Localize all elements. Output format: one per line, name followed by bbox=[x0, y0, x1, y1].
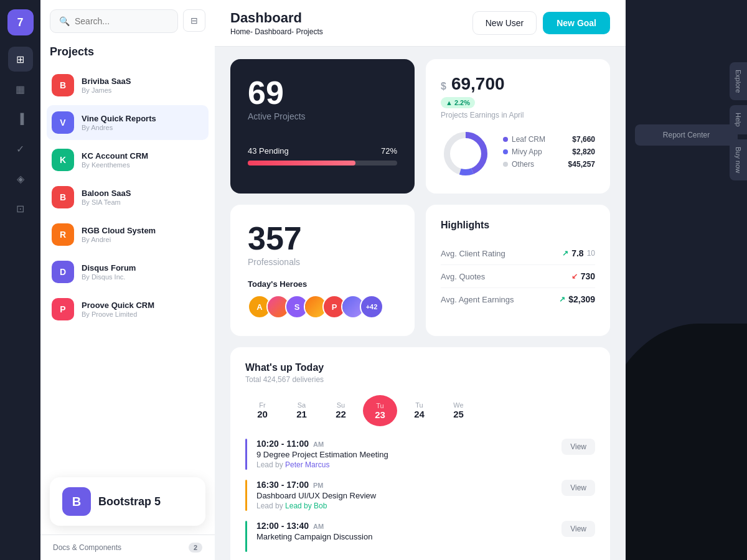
event-3: 12:00 - 13:40 AM Marketing Campaign Disc… bbox=[245, 521, 595, 552]
project-logo: R bbox=[52, 223, 74, 246]
project-name: KC Account CRM bbox=[82, 151, 204, 161]
project-logo: V bbox=[52, 111, 74, 134]
project-name: Vine Quick Reports bbox=[82, 114, 204, 123]
highlights-card: Highlights Avg. Client Rating ↗ 7.8 10 A… bbox=[426, 205, 610, 336]
page-title: Dashboard bbox=[230, 10, 323, 26]
project-by: By Proove Limited bbox=[82, 310, 204, 318]
day-sa-21[interactable]: Sa21 bbox=[284, 395, 319, 426]
explore-tab[interactable]: Explore bbox=[730, 62, 747, 100]
main-content: Dashboard Home- Dashboard- Projects New … bbox=[215, 0, 626, 560]
project-by: By Andrei bbox=[82, 236, 204, 243]
project-item-rgb-cloud-system[interactable]: R RGB Cloud System By Andrei bbox=[47, 217, 209, 252]
calendar-section: What's up Today Total 424,567 deliveries… bbox=[230, 347, 610, 560]
event-2-lead[interactable]: Lead by Bob bbox=[285, 502, 327, 510]
progress-bar-fill bbox=[248, 161, 355, 166]
project-by: By SIA Team bbox=[82, 198, 204, 206]
project-logo: B bbox=[52, 186, 74, 208]
project-name: Proove Quick CRM bbox=[82, 301, 204, 310]
heroes-label: Today's Heroes bbox=[248, 279, 397, 289]
bootstrap-icon: B bbox=[62, 487, 91, 516]
filter-button[interactable]: ⊟ bbox=[183, 9, 205, 32]
donut-chart bbox=[441, 129, 491, 179]
progress-pct: 72% bbox=[381, 146, 397, 156]
project-item-briviba-saas[interactable]: B Briviba SaaS By James bbox=[47, 68, 209, 103]
project-logo: D bbox=[52, 261, 74, 283]
icon-sidebar: 7 ⊞ ▦ ▐ ✓ ◈ ⊡ bbox=[0, 0, 40, 560]
project-name: Baloon SaaS bbox=[82, 189, 204, 198]
sidebar-icon-bar-chart[interactable]: ▐ bbox=[8, 106, 33, 131]
highlight-row-quotes: Avg. Quotes ↙ 730 bbox=[441, 265, 595, 288]
heroes-avatars: A S P +42 bbox=[248, 295, 397, 319]
project-item-vine-quick-reports[interactable]: V Vine Quick Reports By Andres bbox=[47, 105, 209, 140]
highlight-row-earnings: Avg. Agent Earnings ↗ $2,309 bbox=[441, 288, 595, 310]
user-avatar-number[interactable]: 7 bbox=[7, 9, 34, 35]
new-goal-button[interactable]: New Goal bbox=[543, 12, 610, 34]
active-projects-card: 69 Active Projects 43 Pending 72% bbox=[230, 59, 415, 194]
project-by: By James bbox=[82, 86, 204, 94]
event-1-view-button[interactable]: View bbox=[561, 439, 595, 455]
event-2: 16:30 - 17:00 PM Dashboard UI/UX Design … bbox=[245, 480, 595, 511]
bootstrap-text: Bootstrap 5 bbox=[98, 495, 161, 508]
project-item-disqus-forum[interactable]: D Disqus Forum By Disqus Inc. bbox=[47, 254, 209, 289]
whats-up-title: What's up Today bbox=[245, 362, 324, 373]
sidebar-icon-grid[interactable]: ▦ bbox=[8, 77, 33, 101]
sidebar-icon-dashboard[interactable]: ⊞ bbox=[8, 47, 33, 72]
event-2-view-button[interactable]: View bbox=[561, 480, 595, 496]
right-panel: Explore Help Buy now Report Center bbox=[626, 0, 747, 560]
legend-others: Others bbox=[512, 160, 534, 169]
earnings-badge: ▲ 2.2% bbox=[441, 97, 475, 108]
dashboard-body: 69 Active Projects 43 Pending 72% bbox=[215, 47, 626, 560]
active-projects-label: Active Projects bbox=[248, 111, 397, 121]
earnings-period-label: Projects Earnings in April bbox=[441, 111, 524, 119]
highlights-title: Highlights bbox=[441, 220, 595, 231]
event-1: 10:20 - 11:00 AM 9 Degree Project Estima… bbox=[245, 439, 595, 470]
report-center-button[interactable]: Report Center bbox=[635, 124, 738, 146]
earnings-amount-value: 69,700 bbox=[451, 74, 505, 94]
project-logo: K bbox=[52, 149, 74, 171]
report-center-area: Report Center bbox=[635, 124, 738, 146]
days-row: Fr20 Sa21 Su22 Tu23 Tu24 We25 bbox=[245, 395, 595, 426]
legend-leaf-crm: Leaf CRM bbox=[512, 135, 545, 144]
tab-pills: Explore Help Buy now bbox=[730, 62, 747, 180]
event-1-lead[interactable]: Peter Marcus bbox=[285, 460, 329, 469]
highlight-row-rating: Avg. Client Rating ↗ 7.8 10 bbox=[441, 242, 595, 265]
breadcrumb: Home- Dashboard- Projects bbox=[230, 27, 323, 36]
sidebar-icon-box[interactable]: ⊡ bbox=[8, 196, 33, 221]
day-fr-20[interactable]: Fr20 bbox=[245, 395, 280, 426]
project-logo: B bbox=[52, 74, 74, 96]
projects-list: B Briviba SaaS By James V Vine Quick Rep… bbox=[40, 68, 215, 327]
project-name: Disqus Forum bbox=[82, 263, 204, 273]
sidebar-icon-check[interactable]: ✓ bbox=[8, 136, 33, 161]
professionals-card: 357 Professionals Today's Heroes A S P bbox=[230, 205, 415, 336]
pending-count: 43 Pending bbox=[248, 146, 289, 156]
day-tu-24[interactable]: Tu24 bbox=[402, 395, 436, 426]
project-by: By Keenthemes bbox=[82, 161, 204, 169]
professionals-number: 357 bbox=[248, 222, 397, 254]
project-item-baloon-saas[interactable]: B Baloon SaaS By SIA Team bbox=[47, 180, 209, 215]
earnings-card: $ 69,700 ▲ 2.2% Projects Earnings in Apr… bbox=[426, 59, 610, 194]
project-item-proove-quick-crm[interactable]: P Proove Quick CRM By Proove Limited bbox=[47, 292, 209, 327]
search-bar[interactable]: 🔍 bbox=[50, 9, 178, 33]
new-user-button[interactable]: New User bbox=[472, 11, 537, 35]
progress-bar-background bbox=[248, 161, 397, 166]
projects-panel: 🔍 ⊟ Projects B Briviba SaaS By James V V… bbox=[40, 0, 215, 560]
bootstrap-badge-section: B Bootstrap 5 bbox=[40, 471, 215, 532]
search-icon: 🔍 bbox=[59, 16, 70, 26]
day-tu-23-active[interactable]: Tu23 bbox=[363, 395, 397, 426]
docs-count: 2 bbox=[189, 543, 202, 553]
sidebar-icon-layers[interactable]: ◈ bbox=[8, 166, 33, 191]
day-su-22[interactable]: Su22 bbox=[324, 395, 358, 426]
docs-bar[interactable]: Docs & Components 2 bbox=[40, 534, 215, 560]
project-name: RGB Cloud System bbox=[82, 226, 204, 235]
search-input[interactable] bbox=[75, 16, 169, 26]
avatar-more: +42 bbox=[360, 295, 383, 319]
curve-decoration bbox=[626, 324, 747, 560]
header: Dashboard Home- Dashboard- Projects New … bbox=[215, 0, 626, 47]
project-by: By Andres bbox=[82, 124, 204, 131]
projects-title: Projects bbox=[50, 45, 205, 58]
event-3-view-button[interactable]: View bbox=[561, 521, 595, 537]
earnings-legend: Leaf CRM $7,660 Mivy App $2,820 bbox=[503, 135, 595, 172]
earnings-dollar: $ bbox=[441, 81, 446, 92]
day-we-25[interactable]: We25 bbox=[441, 395, 476, 426]
project-item-kc-account-crm[interactable]: K KC Account CRM By Keenthemes bbox=[47, 142, 209, 177]
